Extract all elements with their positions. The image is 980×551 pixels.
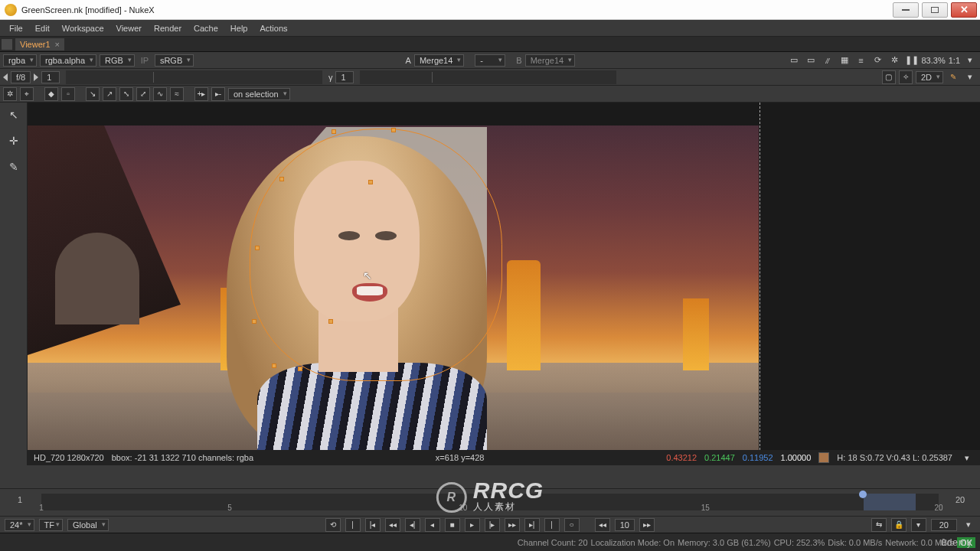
frame-prev-icon[interactable] — [3, 73, 8, 81]
last-frame-icon[interactable]: ▸| — [524, 518, 540, 532]
tool-add-icon[interactable]: +▸ — [194, 87, 208, 101]
menu-render[interactable]: Render — [148, 21, 188, 35]
timeline[interactable]: 1 1 5 10 15 20 20 — [0, 488, 980, 516]
menu-edit[interactable]: Edit — [29, 21, 56, 35]
close-tab-icon[interactable]: × — [55, 40, 60, 49]
pixel-ratio[interactable]: 1:1 — [949, 56, 960, 65]
input-b-block[interactable]: B Merge14 — [516, 54, 575, 67]
tool-node-2-icon[interactable]: ▫ — [61, 87, 75, 101]
roto-point[interactable] — [272, 364, 276, 368]
menu-file[interactable]: File — [3, 21, 29, 35]
maximize-button[interactable] — [922, 2, 948, 18]
menu-workspace[interactable]: Workspace — [56, 21, 110, 35]
tool-magnet-icon[interactable]: ⌖ — [20, 87, 34, 101]
menu-actions[interactable]: Actions — [253, 21, 293, 35]
brush-tool-icon[interactable]: ✎ — [5, 158, 23, 176]
timeline-track[interactable]: 1 5 10 15 20 — [41, 494, 939, 510]
input-b-node[interactable]: Merge14 — [525, 54, 575, 67]
roto-point[interactable] — [332, 129, 336, 134]
tf-dropdown[interactable]: TF — [39, 519, 63, 531]
list-icon[interactable]: ≡ — [854, 54, 868, 67]
panel-tab-icon[interactable] — [2, 39, 12, 50]
prev-key-icon[interactable]: ◂◂ — [385, 518, 400, 532]
tool-smooth-icon[interactable]: ↘ — [86, 87, 100, 101]
tool-cusp-icon[interactable]: ↗ — [103, 87, 116, 101]
marker-icon[interactable]: ▾ — [911, 518, 926, 532]
pause-icon[interactable]: ❚❚ — [905, 54, 919, 67]
channel-dropdown[interactable]: rgba.alpha — [40, 54, 96, 67]
skip-fwd-icon[interactable]: ▸▸ — [639, 518, 655, 532]
exposure-slider[interactable] — [66, 70, 322, 84]
proxy-icon[interactable]: ▭ — [787, 54, 801, 67]
tool-node-1-icon[interactable]: ◆ — [44, 87, 58, 101]
display-dropdown[interactable]: RGB — [100, 54, 135, 67]
step-fwd-icon[interactable]: |▸ — [485, 518, 500, 532]
frame-next-icon[interactable] — [34, 73, 38, 81]
first-frame-icon[interactable]: |◂ — [365, 518, 381, 532]
tool-wave-icon[interactable]: ≈ — [170, 87, 184, 101]
play-icon[interactable]: ▸ — [465, 518, 480, 532]
menu-viewer[interactable]: Viewer — [110, 21, 148, 35]
tool-gear-icon[interactable]: ✲ — [3, 87, 17, 101]
chevron-down-icon-4[interactable]: ▾ — [962, 518, 975, 532]
selection-mode-dropdown[interactable]: on selection — [228, 88, 290, 100]
roto-point[interactable] — [252, 319, 256, 324]
roto-point[interactable] — [391, 128, 396, 132]
select-tool-icon[interactable]: ↖ — [5, 106, 23, 124]
roi-icon[interactable]: ▭ — [804, 54, 818, 67]
fstop-value[interactable]: f/8 — [11, 71, 31, 83]
range-dropdown[interactable]: Global — [67, 519, 109, 531]
out-frame[interactable]: 20 — [931, 519, 957, 531]
roto-point[interactable] — [279, 177, 284, 181]
loop-icon[interactable]: ⟲ — [325, 518, 341, 532]
roto-point[interactable] — [368, 180, 373, 184]
tool-remove-icon[interactable]: ▸- — [211, 87, 225, 101]
frame-value[interactable]: 1 — [41, 71, 60, 83]
input-a-node[interactable]: Merge14 — [414, 54, 464, 67]
link-icon[interactable]: ⇆ — [871, 518, 887, 532]
wipe-dropdown[interactable]: - — [475, 54, 505, 67]
gamma-value[interactable]: 1 — [335, 71, 354, 83]
gear-icon[interactable]: ✲ — [888, 54, 902, 67]
fps-dropdown[interactable]: 24* — [5, 519, 34, 531]
anchor-tool-icon[interactable]: ✛ — [5, 132, 23, 150]
roto-point[interactable] — [328, 319, 333, 324]
skip-value[interactable]: 10 — [615, 519, 635, 531]
chevron-down-icon-2[interactable]: ▾ — [963, 70, 977, 84]
refresh-icon[interactable]: ⟳ — [871, 54, 885, 67]
gamma-slider[interactable] — [360, 70, 616, 84]
in-point-icon[interactable]: | — [345, 518, 361, 532]
zoom-readout[interactable]: 83.3% — [922, 56, 946, 65]
pencil-icon[interactable]: ✎ — [946, 70, 960, 84]
tool-curve-icon[interactable]: ∿ — [153, 87, 167, 101]
next-key-icon[interactable]: ▸▸ — [505, 518, 520, 532]
timeline-end[interactable]: 20 — [946, 495, 974, 504]
lock-icon[interactable]: 🔒 — [891, 518, 906, 532]
input-a-block[interactable]: A Merge14 — [406, 54, 465, 67]
roto-point[interactable] — [255, 246, 260, 250]
stripe-icon[interactable]: ⫽ — [821, 54, 835, 67]
timeline-start[interactable]: 1 — [6, 495, 34, 504]
chevron-down-icon-3[interactable]: ▾ — [960, 451, 974, 465]
grid-icon[interactable]: ▦ — [838, 54, 851, 67]
skip-back-icon[interactable]: ◂◂ — [595, 518, 610, 532]
tool-break-icon[interactable]: ⤡ — [119, 87, 133, 101]
snap-icon[interactable]: ✧ — [899, 70, 913, 84]
ip-toggle[interactable]: IP — [138, 54, 152, 67]
menu-help[interactable]: Help — [224, 21, 254, 35]
region-icon[interactable]: ▢ — [882, 70, 896, 84]
timeline-playhead[interactable] — [859, 491, 867, 498]
view-mode-dropdown[interactable]: 2D — [916, 71, 943, 83]
step-back-icon[interactable]: ◂| — [405, 518, 420, 532]
viewport[interactable]: ↖ — [28, 126, 759, 452]
tool-join-icon[interactable]: ⤢ — [136, 87, 150, 101]
record-icon[interactable]: ○ — [564, 518, 580, 532]
minimize-button[interactable] — [893, 2, 919, 18]
close-button[interactable]: ✕ — [951, 2, 977, 18]
chevron-down-icon[interactable]: ▾ — [963, 54, 977, 67]
viewer-tab[interactable]: Viewer1 × — [15, 38, 64, 51]
stop-icon[interactable]: ■ — [445, 518, 460, 532]
play-back-icon[interactable]: ◂ — [425, 518, 440, 532]
out-point-icon[interactable]: | — [544, 518, 560, 532]
layer-dropdown[interactable]: rgba — [3, 54, 37, 67]
